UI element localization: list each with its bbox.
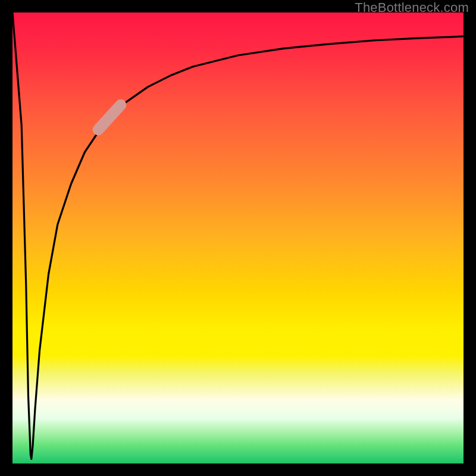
bottleneck-curve bbox=[12, 12, 464, 459]
svg-rect-2 bbox=[0, 0, 12, 476]
attribution-text: TheBottleneck.com bbox=[355, 0, 469, 15]
svg-rect-3 bbox=[464, 0, 476, 476]
highlight-segment bbox=[98, 105, 121, 130]
plot-area bbox=[12, 12, 464, 464]
chart-wrap: TheBottleneck.com bbox=[0, 0, 476, 476]
svg-rect-1 bbox=[0, 464, 476, 476]
curve-layer bbox=[12, 12, 464, 464]
